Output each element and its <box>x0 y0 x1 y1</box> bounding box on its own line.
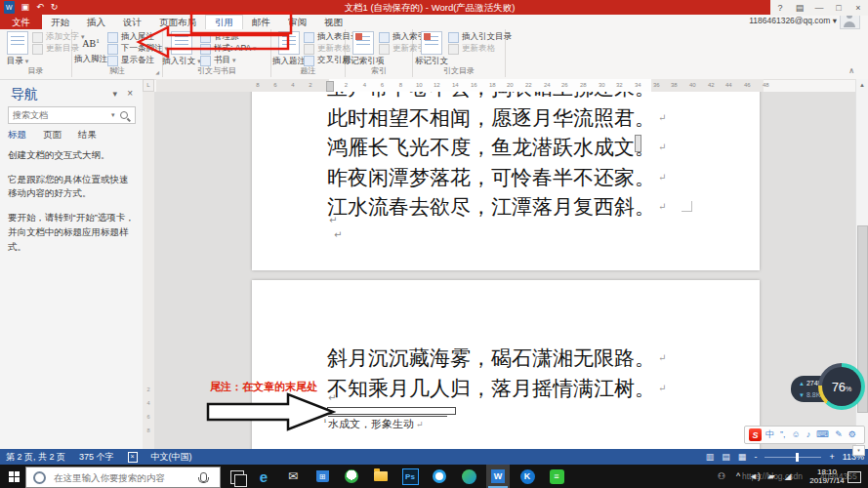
zoom-in-button[interactable]: + <box>829 452 834 462</box>
tab-view[interactable]: 视图 <box>315 15 351 29</box>
app-icon-mail[interactable]: ✉ <box>281 465 305 488</box>
app-icon-store[interactable]: ⊞ <box>310 465 334 488</box>
zoom-slider-thumb[interactable] <box>796 453 799 462</box>
help-button[interactable]: ? <box>770 0 790 16</box>
toc-button[interactable]: 目录 <box>1 31 34 66</box>
collapse-ribbon-icon[interactable]: ∧ <box>848 66 854 75</box>
restore-button[interactable]: □ <box>829 0 848 16</box>
ime-chinese-mode-icon[interactable]: 中 <box>765 427 774 443</box>
nav-search-box[interactable]: ▾ <box>8 106 136 124</box>
citation-style-select[interactable]: 样式: APA <box>200 43 257 55</box>
undo-icon[interactable]: ↶ <box>36 1 44 14</box>
tray-battery-icon[interactable]: ▰ <box>765 471 777 481</box>
horizontal-ruler[interactable]: 8642 24681012141618202224262830323436384… <box>154 79 856 92</box>
tray-people-icon[interactable]: ⚇ <box>716 471 727 481</box>
taskbar-search[interactable] <box>25 467 221 488</box>
app-icon-qq-browser[interactable] <box>428 465 451 488</box>
tab-insert[interactable]: 插入 <box>78 15 114 29</box>
chevron-down-icon[interactable]: ▾ <box>111 111 115 119</box>
tray-network-icon[interactable]: ◢ <box>782 471 794 481</box>
ime-handwriting-icon[interactable]: ✎ <box>835 427 843 443</box>
search-input[interactable] <box>9 110 105 120</box>
manage-sources-button[interactable]: 管理源 <box>200 31 257 43</box>
app-icon-edge[interactable]: e <box>252 465 275 488</box>
tab-mailings[interactable]: 邮件 <box>243 15 279 29</box>
ime-keyboard-icon[interactable]: ⌨ <box>816 427 829 443</box>
indent-marker[interactable] <box>326 81 334 92</box>
chevron-down-icon: ▾ <box>833 16 837 25</box>
app-icon-qq[interactable] <box>340 465 363 488</box>
ribbon-display-options-button[interactable]: ▤ <box>790 0 809 16</box>
ime-emoji-icon[interactable]: ☺ <box>792 427 801 443</box>
insert-citation-button[interactable]: 插入引文 <box>165 31 198 66</box>
bibliography-icon <box>200 56 211 66</box>
ime-punctuation-icon[interactable]: ”, <box>780 427 786 443</box>
proofing-status-icon[interactable]: × <box>128 452 138 463</box>
insert-endnote-button[interactable]: 插入尾注 <box>107 31 168 43</box>
tray-chevron-up-icon[interactable]: ^ <box>732 471 744 481</box>
insert-caption-button[interactable]: 插入题注 <box>272 31 306 65</box>
footnotes-dialog-launcher[interactable]: ◢ <box>155 69 159 75</box>
app-icon-explorer[interactable] <box>369 465 393 488</box>
mark-entry-icon <box>352 31 374 55</box>
ime-voice-icon[interactable]: ♪ <box>806 427 811 443</box>
tab-layout[interactable]: 页面布局 <box>150 15 205 29</box>
tab-review[interactable]: 审阅 <box>279 15 315 29</box>
microphone-icon[interactable] <box>200 472 207 482</box>
taskbar-clock[interactable]: 18:10 2019/7/14 <box>806 468 847 485</box>
tab-design[interactable]: 设计 <box>114 15 150 29</box>
document-canvas[interactable]: 玉户帘中卷不去，捣衣砧上拂还来。此时相望不相闻，愿逐月华流照君。鸿雁长飞光不度，… <box>154 92 856 449</box>
acceleration-ball[interactable]: 76% <box>818 363 865 410</box>
close-icon[interactable]: × <box>127 88 133 99</box>
tab-home[interactable]: 开始 <box>42 15 78 29</box>
search-icon[interactable] <box>120 111 128 119</box>
app-icon-360-browser[interactable] <box>457 465 480 488</box>
nav-tab-headings[interactable]: 标题 <box>8 129 26 142</box>
tray-volume-icon[interactable]: ◄) <box>749 471 761 481</box>
app-icon-word[interactable]: W <box>486 465 510 488</box>
scroll-up-icon[interactable]: ▲ <box>856 79 868 91</box>
app-icon-k-player[interactable]: K <box>516 465 539 488</box>
tab-selector-box[interactable]: L <box>143 79 154 92</box>
word-count[interactable]: 375 个字 <box>79 451 114 464</box>
web-layout-icon[interactable]: ▦ <box>738 452 747 462</box>
insert-footnote-button[interactable]: AB1 插入脚注 <box>74 31 107 63</box>
next-footnote-button[interactable]: 下一条脚注 <box>107 43 168 55</box>
update-authorities-table-icon <box>448 44 459 55</box>
sogou-logo-icon[interactable]: S <box>749 428 762 441</box>
zoom-slider[interactable] <box>765 457 821 458</box>
chevron-down-icon[interactable]: ▾ <box>112 89 117 99</box>
tab-file[interactable]: 文件 <box>0 15 42 29</box>
update-toc-icon <box>32 44 43 55</box>
style-icon <box>200 44 211 55</box>
start-button[interactable] <box>9 471 20 482</box>
read-mode-icon[interactable]: ▥ <box>706 452 715 462</box>
save-icon[interactable]: ▣ <box>21 1 30 14</box>
task-view-icon[interactable] <box>230 470 244 484</box>
insert-table-of-authorities-button[interactable]: 插入引文目录 <box>448 31 512 43</box>
mark-entry-button[interactable]: 标记索引项 <box>347 31 380 65</box>
paragraph-mark-icon <box>655 346 666 370</box>
close-button[interactable]: × <box>848 0 868 16</box>
print-layout-icon[interactable]: ▤ <box>722 452 730 462</box>
action-center-icon[interactable] <box>847 471 861 483</box>
minimize-button[interactable]: — <box>809 0 829 16</box>
ime-dropdown[interactable]: ▾ <box>852 445 865 456</box>
language-indicator[interactable]: 中文(中国) <box>151 451 192 464</box>
update-authorities-table-button[interactable]: 更新表格 <box>448 43 512 55</box>
ime-settings-icon[interactable]: ⚙ <box>848 427 856 443</box>
app-icon-green-app[interactable]: ≡ <box>545 465 568 488</box>
zoom-out-button[interactable]: - <box>754 452 757 462</box>
paragraph-mark-icon <box>655 136 666 159</box>
app-icon-photoshop[interactable]: Ps <box>398 465 422 488</box>
tab-references[interactable]: 引用 <box>205 15 243 29</box>
word-logo-icon[interactable]: W <box>4 1 15 14</box>
redo-icon[interactable]: ↻ <box>51 1 59 14</box>
page-indicator[interactable]: 第 2 页, 共 2 页 <box>6 451 65 464</box>
nav-tab-pages[interactable]: 页面 <box>43 129 62 142</box>
paragraph-mark-icon: ↵ <box>329 215 337 225</box>
account-email[interactable]: 1186461326@qq.com ▾ <box>749 16 837 25</box>
nav-tab-results[interactable]: 结果 <box>78 129 97 142</box>
taskbar-search-input[interactable] <box>52 471 192 484</box>
mark-citation-button[interactable]: 标记引文 <box>415 31 448 65</box>
